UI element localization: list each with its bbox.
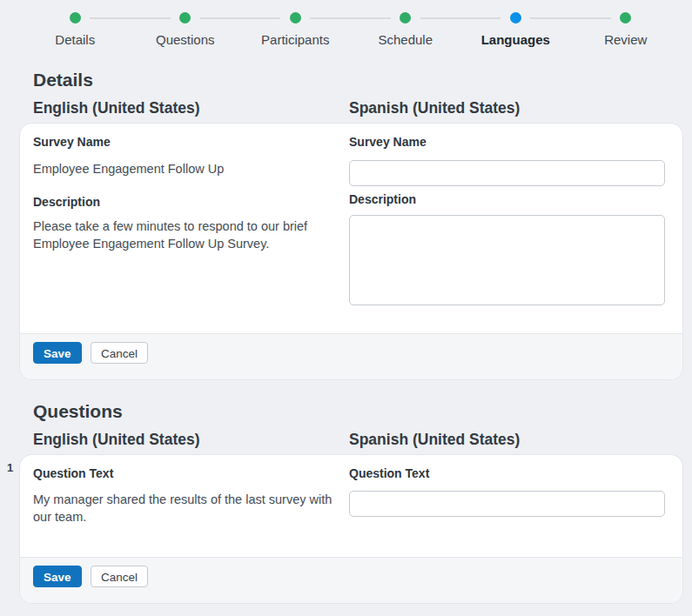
questions-section: Questions English (United States) Spanis…	[20, 401, 682, 603]
step-complete-dot-icon	[400, 12, 411, 23]
step-complete-dot-icon	[620, 12, 631, 23]
step-label: Schedule	[378, 32, 433, 48]
step-complete-dot-icon	[70, 12, 81, 23]
description-value: Please take a few minutes to respond to …	[33, 218, 339, 252]
details-save-button[interactable]: Save	[33, 342, 82, 364]
question-text-value: My manager shared the results of the las…	[33, 491, 339, 526]
survey-name-label: Survey Name	[33, 136, 339, 149]
survey-name-translation-label: Survey Name	[349, 136, 665, 149]
target-language-header: Spanish (United States)	[349, 431, 665, 449]
source-language-header: English (United States)	[33, 99, 339, 117]
step-label: Languages	[481, 32, 550, 48]
language-column-headers: English (United States) Spanish (United …	[33, 431, 665, 449]
questions-save-button[interactable]: Save	[33, 566, 82, 587]
language-column-headers: English (United States) Spanish (United …	[33, 99, 665, 117]
details-cancel-button[interactable]: Cancel	[91, 342, 148, 364]
question-text-label: Question Text	[33, 467, 339, 480]
description-translation-label: Description	[349, 193, 665, 206]
step-complete-dot-icon	[179, 12, 191, 23]
source-language-header: English (United States)	[33, 431, 339, 449]
step-current-dot-icon	[510, 12, 521, 23]
question-source-column: Question Text My manager shared the resu…	[33, 467, 339, 526]
description-label: Description	[33, 196, 339, 209]
step-label: Participants	[261, 32, 329, 48]
questions-section-title: Questions	[33, 401, 682, 422]
target-language-header: Spanish (United States)	[349, 99, 665, 117]
question-target-column: Question Text	[349, 467, 665, 526]
step-label: Review	[604, 32, 647, 48]
question-number: 1	[7, 461, 13, 474]
questions-cancel-button[interactable]: Cancel	[91, 566, 148, 587]
questions-card-footer: Save Cancel	[20, 557, 682, 603]
step-label: Details	[55, 32, 95, 48]
details-card-footer: Save Cancel	[20, 333, 682, 379]
stepper-step-review[interactable]: Review	[571, 12, 682, 48]
question-row: 1 Question Text My manager shared the re…	[20, 455, 682, 603]
step-complete-dot-icon	[290, 12, 301, 23]
details-target-column: Survey Name Description	[349, 136, 665, 305]
details-source-column: Survey Name Employee Engagement Follow U…	[33, 136, 339, 305]
question-text-translation-label: Question Text	[349, 467, 665, 480]
details-translation-card: Survey Name Employee Engagement Follow U…	[20, 124, 682, 379]
description-translation-textarea[interactable]	[349, 215, 665, 305]
survey-name-value: Employee Engagement Follow Up	[33, 160, 339, 177]
question-text-translation-input[interactable]	[349, 491, 665, 517]
wizard-stepper: Details Questions Participants Schedule …	[20, 0, 681, 48]
question-translation-card: Question Text My manager shared the resu…	[20, 455, 682, 603]
details-section: Details English (United States) Spanish …	[20, 70, 682, 379]
step-label: Questions	[156, 32, 215, 48]
details-section-title: Details	[33, 70, 682, 90]
survey-name-translation-input[interactable]	[349, 160, 665, 186]
